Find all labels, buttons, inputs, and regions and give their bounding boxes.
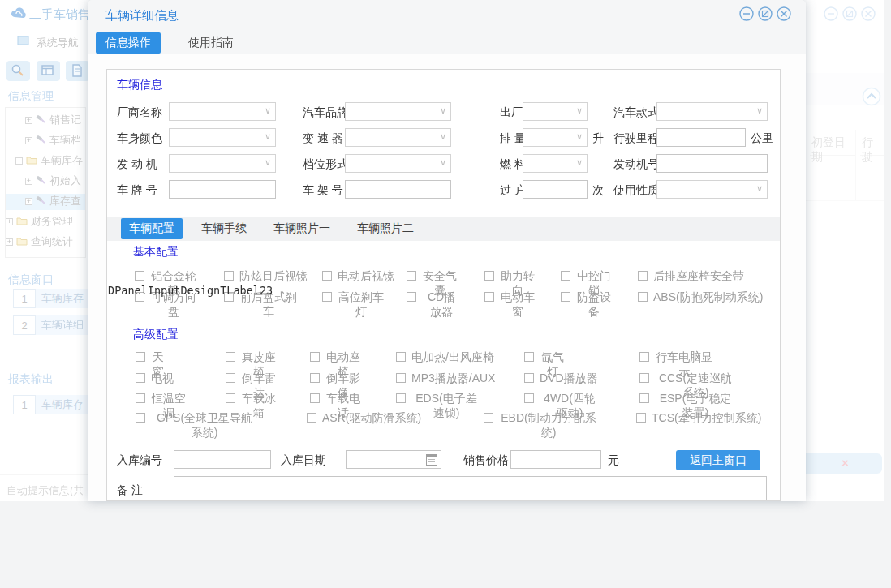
section-report-output[interactable]: 报表输出 <box>8 372 54 387</box>
checkbox[interactable] <box>484 413 493 423</box>
notification-close-icon[interactable]: × <box>842 456 849 470</box>
checkbox[interactable] <box>136 393 145 403</box>
checkbox[interactable] <box>636 413 646 423</box>
tree-item-sales[interactable]: +销售记 <box>25 113 81 129</box>
expander-icon[interactable]: + <box>25 178 32 185</box>
checkbox-item[interactable]: 后排座座椅安全带 <box>638 269 744 284</box>
frame-no-input[interactable] <box>345 180 451 199</box>
displacement-select[interactable]: ∨ <box>523 128 588 147</box>
checkbox[interactable] <box>639 373 649 383</box>
restore-icon[interactable] <box>758 6 773 21</box>
checkbox[interactable] <box>484 292 494 302</box>
checkbox[interactable] <box>638 292 648 302</box>
back-to-main-button[interactable]: 返回主窗口 <box>676 450 760 470</box>
checkbox-item[interactable]: 高位刹车灯 <box>322 290 385 319</box>
style-select[interactable]: ∨ <box>656 102 768 121</box>
maximize-icon[interactable] <box>842 6 857 21</box>
list-item[interactable]: 1车辆库存 <box>5 395 88 415</box>
made-time-select[interactable]: ∨ <box>523 102 588 121</box>
expander-icon[interactable]: + <box>25 137 32 144</box>
checkbox[interactable] <box>561 271 570 281</box>
list-item[interactable]: 1车辆库存 <box>5 289 88 309</box>
checkbox-item[interactable]: 电动后视镜 <box>322 269 394 284</box>
gearbox-select[interactable]: ∨ <box>345 128 451 147</box>
checkbox-item[interactable]: EBD(制动力分配系统) <box>484 411 598 440</box>
maker-select[interactable]: ∨ <box>169 102 276 121</box>
toolbar-search-button[interactable] <box>6 61 30 81</box>
mileage-input[interactable] <box>656 128 746 147</box>
tree-item-finance[interactable]: +财务管理 <box>6 214 73 230</box>
engine-no-input[interactable] <box>656 154 768 173</box>
checkbox[interactable] <box>396 352 406 362</box>
checkbox-item[interactable]: 电视 <box>136 371 174 386</box>
brand-select[interactable]: ∨ <box>345 102 451 121</box>
expander-icon[interactable]: + <box>25 117 32 124</box>
usage-select[interactable]: ∨ <box>656 180 768 199</box>
tab-vehicle-photo-2[interactable]: 车辆照片二 <box>349 218 422 239</box>
checkbox-item[interactable]: ASR(驱动防滑系统) <box>307 411 421 426</box>
collapse-panel-button[interactable] <box>862 87 881 109</box>
checkbox-item[interactable]: 电加热/出风座椅 <box>396 350 494 365</box>
section-info-window[interactable]: 信息窗口 <box>8 273 54 287</box>
checkbox[interactable] <box>484 271 494 281</box>
checkbox[interactable] <box>639 393 649 403</box>
checkbox[interactable] <box>310 352 320 362</box>
tab-user-guide[interactable]: 使用指南 <box>179 32 243 54</box>
close-icon[interactable] <box>777 6 791 21</box>
checkbox[interactable] <box>396 373 406 383</box>
tab-info-operation[interactable]: 信息操作 <box>96 32 161 54</box>
checkbox-item[interactable]: 电动车窗 <box>484 290 536 319</box>
tree-item-stock-folder[interactable]: -车辆库存 <box>15 153 83 170</box>
tree-item-initial[interactable]: +初始入 <box>25 174 81 190</box>
tree-item-vehicle[interactable]: +车辆档 <box>25 133 81 149</box>
expander-icon[interactable]: + <box>6 238 13 246</box>
expander-icon[interactable]: + <box>25 198 32 205</box>
fuel-select[interactable]: ∨ <box>523 154 588 173</box>
calendar-icon[interactable] <box>426 454 437 466</box>
minimize-icon[interactable] <box>739 6 754 21</box>
checkbox[interactable] <box>638 271 648 281</box>
checkbox[interactable] <box>322 271 332 281</box>
grid-header-reg-date[interactable]: 初登日期 <box>810 130 855 156</box>
checkbox[interactable] <box>226 393 235 403</box>
checkbox[interactable] <box>310 373 320 383</box>
checkbox[interactable] <box>136 413 145 423</box>
toolbar-document-button[interactable] <box>66 61 89 81</box>
price-input[interactable] <box>510 450 601 469</box>
checkbox[interactable] <box>407 292 416 302</box>
color-select[interactable]: ∨ <box>169 128 276 147</box>
checkbox[interactable] <box>396 393 406 403</box>
checkbox-item[interactable]: DVD播放器 <box>524 371 598 386</box>
checkbox-item[interactable]: GPS(全球卫星导航系统) <box>136 411 258 440</box>
engine-select[interactable]: ∨ <box>169 154 276 173</box>
checkbox[interactable] <box>226 352 235 362</box>
checkbox[interactable] <box>307 413 316 423</box>
gear-form-select[interactable]: ∨ <box>345 154 451 173</box>
checkbox[interactable] <box>310 393 320 403</box>
tab-vehicle-photo-1[interactable]: 车辆照片一 <box>265 218 338 239</box>
list-item[interactable]: 2车辆详细 <box>5 315 88 336</box>
checkbox[interactable] <box>561 292 570 302</box>
minimize-icon[interactable] <box>824 6 838 21</box>
transfer-input[interactable] <box>523 180 588 199</box>
checkbox[interactable] <box>136 352 145 362</box>
checkbox-item[interactable]: 防盗设备 <box>561 290 612 319</box>
checkbox-item[interactable]: TCS(牵引力控制系统) <box>636 411 761 426</box>
checkbox-item[interactable]: MP3播放器/AUX <box>396 371 495 386</box>
tree-item-stock-query[interactable]: +库存查 <box>6 194 85 210</box>
checkbox[interactable] <box>224 271 234 281</box>
section-info-manage[interactable]: 信息管理 <box>8 89 54 104</box>
checkbox[interactable] <box>407 271 416 281</box>
checkbox[interactable] <box>524 393 534 403</box>
checkbox-item[interactable]: CD播放器 <box>407 290 461 319</box>
plate-no-input[interactable] <box>169 180 276 199</box>
stock-date-input[interactable] <box>346 450 441 469</box>
checkbox[interactable] <box>524 373 534 383</box>
tab-vehicle-config[interactable]: 车辆配置 <box>121 218 183 239</box>
checkbox[interactable] <box>322 292 332 302</box>
checkbox[interactable] <box>226 373 235 383</box>
checkbox-item[interactable]: ABS(防抱死制动系统) <box>638 290 763 305</box>
checkbox[interactable] <box>136 373 145 383</box>
grid-header-mileage[interactable]: 行驶 <box>860 130 884 156</box>
checkbox[interactable] <box>524 352 534 362</box>
